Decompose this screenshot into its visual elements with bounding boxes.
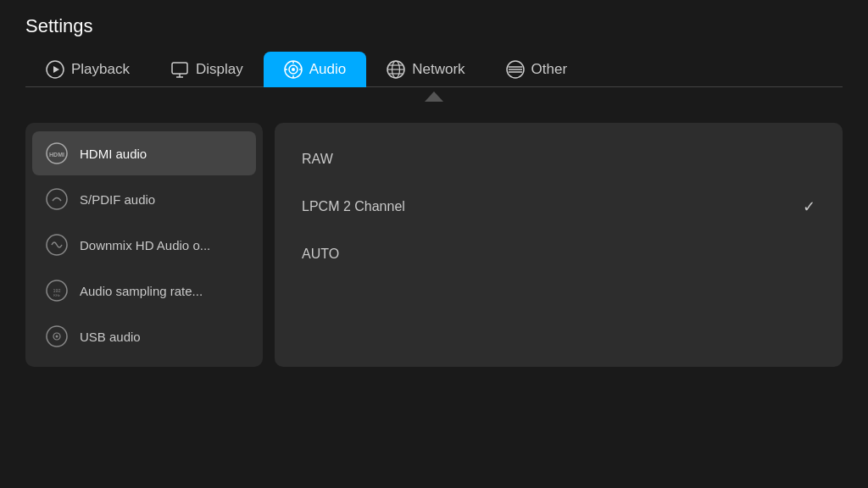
playback-icon <box>46 60 64 79</box>
downmix-icon <box>46 234 68 256</box>
svg-point-31 <box>56 336 58 338</box>
menu-item-hdmi[interactable]: HDMI HDMI audio <box>32 131 256 175</box>
svg-rect-2 <box>172 63 187 74</box>
right-panel: RAW LPCM 2 Channel ✓ AUTO <box>275 123 843 367</box>
main-content: HDMI HDMI audio S/PDIF audio Downmix <box>0 109 868 380</box>
check-icon: ✓ <box>803 197 815 216</box>
sampling-icon: 192 KHz <box>46 280 68 302</box>
menu-item-sampling-label: Audio sampling rate... <box>80 284 203 298</box>
hdmi-icon: HDMI <box>46 142 68 164</box>
menu-item-usb-label: USB audio <box>80 330 141 344</box>
menu-item-downmix-label: Downmix HD Audio o... <box>80 238 210 252</box>
tab-network[interactable]: Network <box>366 52 485 87</box>
option-raw-label: RAW <box>302 152 333 167</box>
display-icon <box>170 60 189 79</box>
tab-playback-label: Playback <box>71 61 130 78</box>
tab-audio-label: Audio <box>309 61 346 78</box>
left-panel: HDMI HDMI audio S/PDIF audio Downmix <box>25 123 263 367</box>
svg-marker-21 <box>425 92 443 102</box>
tab-display[interactable]: Display <box>150 52 264 87</box>
menu-item-spdif[interactable]: S/PDIF audio <box>32 177 256 221</box>
tab-playback[interactable]: Playback <box>25 52 150 87</box>
tab-audio[interactable]: Audio <box>264 52 366 87</box>
page-title: Settings <box>25 15 843 37</box>
menu-item-spdif-label: S/PDIF audio <box>80 192 155 207</box>
menu-item-downmix[interactable]: Downmix HD Audio o... <box>32 223 256 267</box>
svg-marker-1 <box>53 66 59 73</box>
menu-item-usb[interactable]: USB audio <box>32 314 256 358</box>
tab-bar: Playback Display <box>25 51 843 87</box>
tab-other[interactable]: Other <box>486 52 588 87</box>
audio-icon <box>284 60 303 79</box>
usb-icon <box>46 325 68 347</box>
option-raw[interactable]: RAW <box>295 136 822 182</box>
menu-item-hdmi-label: HDMI audio <box>80 147 147 161</box>
tab-indicator-arrow <box>0 89 868 104</box>
option-lpcm[interactable]: LPCM 2 Channel ✓ <box>295 182 822 231</box>
option-lpcm-label: LPCM 2 Channel <box>302 199 405 214</box>
spdif-icon <box>46 188 68 210</box>
network-icon <box>387 60 405 79</box>
option-auto-label: AUTO <box>302 247 339 262</box>
svg-point-7 <box>292 68 295 71</box>
tab-network-label: Network <box>412 61 465 78</box>
option-auto[interactable]: AUTO <box>295 231 822 277</box>
header: Settings Playback Display <box>0 0 868 87</box>
svg-text:KHz: KHz <box>53 293 60 297</box>
svg-text:HDMI: HDMI <box>49 152 64 158</box>
tab-display-label: Display <box>196 61 243 78</box>
tab-other-label: Other <box>531 61 568 78</box>
other-icon <box>506 60 525 79</box>
menu-item-sampling[interactable]: 192 KHz Audio sampling rate... <box>32 269 256 313</box>
svg-point-24 <box>47 189 67 209</box>
